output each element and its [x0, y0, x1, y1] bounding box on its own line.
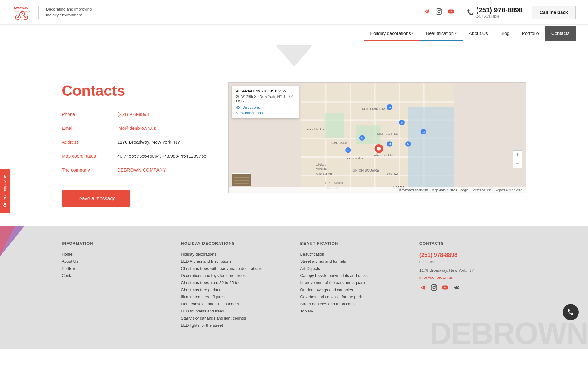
- chevron-down-icon: ▾: [412, 32, 414, 35]
- svg-rect-57: [234, 180, 249, 181]
- map-coordinates-text: 40°44'44.3"N 73°59'18.2"W: [236, 89, 295, 93]
- footer-information-title: INFORMATION: [62, 241, 169, 246]
- logo-divider: [38, 6, 39, 19]
- call-me-back-button[interactable]: Call me back: [532, 6, 576, 19]
- footer-col-beautification: BEAUTIFICATION Beautification Street arc…: [300, 241, 407, 330]
- nav-item-contacts[interactable]: Contacts: [545, 26, 576, 41]
- footer-link-led-fountains[interactable]: LED fountains and trees: [181, 309, 288, 313]
- footer-link-portfolio[interactable]: Portfolio: [62, 266, 169, 271]
- footer-link-improvement-park[interactable]: Improvement of the park and square: [300, 280, 407, 285]
- order-magazine-tab[interactable]: Order a magazine: [0, 169, 10, 213]
- svg-point-63: [435, 286, 436, 286]
- map-container[interactable]: MIDTOWN EAST CHELSEA UNION SQUARE GREENW…: [228, 82, 526, 193]
- footer-holiday-title: HOLIDAY DECORATIONS: [181, 241, 288, 246]
- footer-link-street-arches[interactable]: Street arches and tunnels: [300, 259, 407, 264]
- coords-label: Map coordinates: [62, 153, 111, 159]
- phone-info: (251) 978-8898 24/7 Available: [476, 6, 523, 19]
- zoom-in-button[interactable]: +: [513, 151, 522, 159]
- footer-callback[interactable]: Callback: [419, 260, 526, 264]
- footer-youtube-icon[interactable]: [442, 284, 448, 292]
- keyboard-shortcuts-text[interactable]: Keyboard shortcuts: [399, 188, 428, 192]
- navigation: Holiday decorations ▾ Beautification ▾ A…: [0, 25, 588, 42]
- triangle-decoration: [276, 45, 313, 67]
- logo-icon[interactable]: DEBROWN WE DO IT WITH PASSION: [12, 3, 31, 22]
- map-data-text: Map data ©2023 Google: [432, 188, 469, 192]
- footer-link-art-objects[interactable]: Art Objects: [300, 266, 407, 271]
- contact-row-coords: Map coordinates 40.74555735646064, -73.9…: [62, 153, 210, 159]
- instagram-icon[interactable]: [436, 8, 442, 16]
- header-phone-number[interactable]: (251) 978-8898: [476, 6, 523, 14]
- map-address-text: 20 W 29th St, New York, NY 10001, USA: [236, 95, 295, 103]
- footer-link-light-consoles[interactable]: Light consoles and LED banners: [181, 302, 288, 306]
- footer-col-holiday: HOLIDAY DECORATIONS Holiday decorations …: [181, 241, 288, 330]
- zoom-out-button[interactable]: −: [513, 159, 522, 168]
- nav-item-portfolio[interactable]: Portfolio: [516, 26, 545, 41]
- phone-icon: 📞: [467, 9, 474, 16]
- nav-item-blog[interactable]: Blog: [494, 26, 516, 41]
- footer-phone[interactable]: (251) 978-8898: [419, 252, 526, 258]
- footer-link-outdoor-swings[interactable]: Outdoor swings and canopies: [300, 287, 407, 292]
- terms-of-use-link[interactable]: Terms of Use: [472, 188, 492, 192]
- footer-link-street-benches[interactable]: Street benches and trash cans: [300, 302, 407, 306]
- footer-link-beautification[interactable]: Beautification: [300, 252, 407, 257]
- footer: INFORMATION Home About Us Portfolio Cont…: [0, 226, 588, 349]
- main-content: Contacts Phone (251) 978-8898 Email info…: [0, 70, 588, 226]
- youtube-icon[interactable]: [448, 8, 455, 16]
- footer-link-christmas-trees-20-25[interactable]: Christmas trees from 20 to 25 feet: [181, 280, 288, 285]
- svg-point-9: [440, 10, 441, 10]
- hero-triangle: [0, 42, 588, 70]
- svg-text:M: M: [401, 121, 403, 124]
- footer-link-led-arches[interactable]: LED Arches and Inscriptions: [181, 259, 288, 264]
- report-map-error-link[interactable]: Report a map error: [495, 188, 523, 192]
- footer-corner-decoration: [0, 226, 31, 257]
- footer-email[interactable]: info@denbrown.us: [419, 275, 526, 280]
- footer-link-holiday-decorations[interactable]: Holiday decorations: [181, 252, 288, 257]
- footer-link-christmas-trees-ready[interactable]: Christmas trees with ready-made decorati…: [181, 266, 288, 271]
- email-value[interactable]: info@denbrown.us: [117, 125, 156, 131]
- leave-message-button[interactable]: Leave a message: [62, 190, 130, 207]
- phone-label: Phone: [62, 112, 111, 117]
- svg-text:UNION SQUARE: UNION SQUARE: [353, 168, 379, 172]
- svg-text:M: M: [423, 130, 425, 134]
- footer-telegram-icon[interactable]: [419, 284, 426, 292]
- svg-text:CHELSEA: CHELSEA: [331, 141, 347, 145]
- nav-item-holiday-decorations[interactable]: Holiday decorations ▾: [364, 26, 420, 41]
- footer-link-illuminated-figures[interactable]: Illuminated street figures: [181, 295, 288, 299]
- footer-link-led-lights[interactable]: LED lights for the street: [181, 323, 288, 328]
- svg-rect-58: [234, 183, 249, 184]
- header-social: [423, 8, 455, 16]
- footer-contacts-title: CONTACTS: [419, 241, 526, 246]
- footer-link-contact[interactable]: Contact: [62, 273, 169, 278]
- footer-link-topiary[interactable]: Topiary: [300, 309, 407, 313]
- map-section: MIDTOWN EAST CHELSEA UNION SQUARE GREENW…: [228, 82, 526, 207]
- svg-text:Flatiron Building: Flatiron Building: [374, 154, 394, 157]
- footer-link-about-us[interactable]: About Us: [62, 259, 169, 264]
- svg-text:M: M: [389, 143, 391, 146]
- footer-link-starry-sky[interactable]: Starry sky garlands and light ceilings: [181, 316, 288, 320]
- footer-link-christmas-garlands[interactable]: Christmas tree garlands: [181, 287, 288, 292]
- phone-value: (251) 978-8898: [117, 112, 149, 117]
- footer-instagram-icon[interactable]: [431, 284, 437, 292]
- svg-marker-59: [0, 226, 15, 257]
- footer-link-home[interactable]: Home: [62, 252, 169, 257]
- logo-area: DEBROWN WE DO IT WITH PASSION Decorating…: [12, 3, 95, 22]
- chevron-down-icon: ▾: [455, 32, 457, 35]
- float-phone-button[interactable]: [563, 304, 579, 320]
- footer-vk-icon[interactable]: [453, 284, 460, 292]
- nav-item-beautification[interactable]: Beautification ▾: [420, 26, 463, 41]
- header-availability: 24/7 Available: [476, 14, 523, 19]
- svg-text:GREENWICH: GREENWICH: [325, 181, 344, 185]
- svg-marker-60: [0, 226, 25, 257]
- svg-rect-24: [356, 125, 381, 144]
- svg-rect-20: [399, 83, 400, 193]
- nav-item-about-us[interactable]: About Us: [463, 26, 494, 41]
- map-directions-button[interactable]: Directions: [236, 105, 295, 110]
- telegram-icon[interactable]: [423, 8, 430, 16]
- map-footer: Keyboard shortcuts Map data ©2023 Google…: [229, 187, 526, 193]
- view-larger-map-link[interactable]: View larger map: [236, 111, 295, 115]
- coords-value: 40.74555735646064, -73.98844541289755: [117, 153, 206, 159]
- footer-link-canopy-bicycle[interactable]: Canopy bicycle parking lots and racks: [300, 273, 407, 278]
- footer-link-gazebos[interactable]: Gazebos and catwalks for the park: [300, 295, 407, 299]
- footer-link-decorations-toys[interactable]: Decorations and toys for street trees: [181, 273, 288, 278]
- svg-text:M: M: [389, 106, 391, 109]
